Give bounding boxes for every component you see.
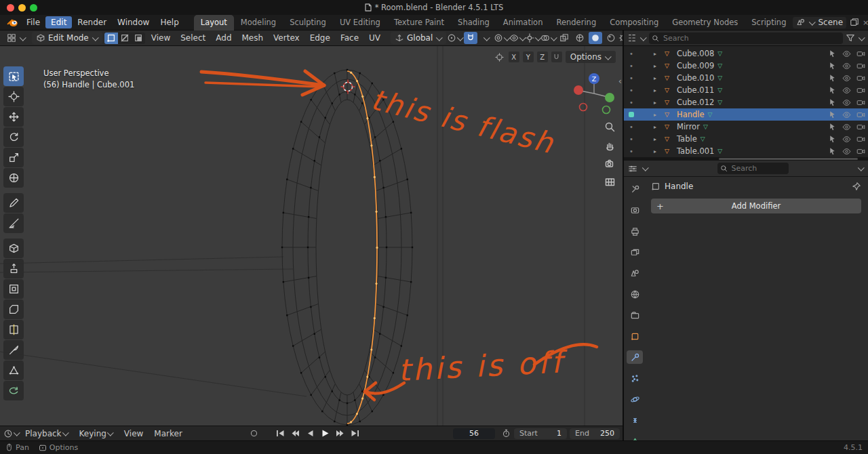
hide-in-viewport-eye-icon[interactable] [840, 98, 854, 107]
disable-in-render-camera-icon[interactable] [854, 98, 868, 107]
chevron-down-icon[interactable] [640, 34, 647, 41]
expand-chevron-icon[interactable]: ▸ [654, 51, 665, 57]
hide-in-viewport-eye-icon[interactable] [840, 49, 854, 58]
outliner-row[interactable]: •▸▽Cube.010▽ [624, 72, 868, 84]
pivot-point-dropdown[interactable] [448, 32, 462, 44]
workspace-tab-scripting[interactable]: Scripting [745, 15, 793, 30]
tab-particles[interactable] [627, 371, 643, 385]
mirror-y-toggle[interactable]: Y [523, 51, 534, 62]
zoom-view-button[interactable] [602, 119, 617, 134]
tab-collection[interactable] [627, 308, 643, 322]
workspace-tab-shading[interactable]: Shading [451, 15, 496, 30]
tab-physics[interactable] [627, 392, 643, 406]
object-name[interactable]: Cube.010 [677, 73, 714, 83]
workspace-tab-texture-paint[interactable]: Texture Paint [387, 15, 451, 30]
menu-keying[interactable]: Keying [74, 429, 119, 438]
xray-toggle-button[interactable] [557, 32, 571, 44]
outliner-row[interactable]: •▸▽Cube.011▽ [624, 84, 868, 96]
disable-in-render-camera-icon[interactable] [854, 147, 868, 156]
menu-mesh[interactable]: Mesh [238, 33, 268, 43]
selectability-cursor-icon[interactable] [825, 123, 840, 131]
hide-in-viewport-eye-icon[interactable] [840, 86, 854, 95]
current-frame-field[interactable]: 56 [453, 428, 495, 439]
play-button[interactable] [319, 428, 331, 438]
tab-modifiers[interactable] [627, 350, 643, 364]
pin-icon[interactable] [852, 182, 861, 191]
object-name[interactable]: Mirror [677, 122, 700, 131]
tab-scene[interactable] [627, 266, 643, 280]
workspace-tab-modeling[interactable]: Modeling [234, 15, 283, 30]
tool-move[interactable] [3, 107, 24, 127]
hide-in-viewport-eye-icon[interactable] [840, 110, 854, 119]
workspace-tab-sculpting[interactable]: Sculpting [283, 15, 333, 30]
menu-playback[interactable]: Playback [20, 429, 74, 438]
outliner-row[interactable]: •▸▽Cube.009▽ [624, 60, 868, 72]
viewport-3d[interactable]: this is flash this is off User Perspecti… [0, 46, 623, 426]
close-window-button[interactable] [7, 4, 14, 12]
next-keyframe-button[interactable] [334, 428, 346, 438]
menu-vertex[interactable]: Vertex [269, 33, 304, 43]
menu-render[interactable]: Render [72, 16, 112, 28]
workspace-tab-geometry-nodes[interactable]: Geometry Nodes [665, 15, 745, 30]
menu-add[interactable]: Add [212, 33, 235, 43]
tab-view-layer[interactable] [627, 245, 643, 259]
tab-render[interactable] [627, 203, 643, 217]
snap-settings-dropdown[interactable] [479, 32, 493, 44]
tool-box-select[interactable] [3, 66, 24, 86]
tool-cursor[interactable] [3, 87, 24, 106]
selectability-cursor-icon[interactable] [825, 135, 840, 144]
menu-view[interactable]: View [147, 33, 174, 43]
visibility-dropdown[interactable] [511, 32, 524, 44]
hide-in-viewport-eye-icon[interactable] [840, 123, 854, 131]
tab-world[interactable] [627, 287, 643, 301]
frame-end-field[interactable]: End250 [570, 428, 620, 439]
toggle-grid-view-button[interactable] [602, 174, 617, 189]
object-name[interactable]: Cube.012 [677, 98, 714, 107]
selectability-cursor-icon[interactable] [825, 74, 840, 83]
chevron-down-icon[interactable] [858, 165, 865, 171]
expand-chevron-icon[interactable]: ▸ [654, 112, 665, 118]
tool-rotate[interactable] [3, 127, 24, 147]
minimize-window-button[interactable] [18, 4, 26, 12]
disable-in-render-camera-icon[interactable] [854, 135, 868, 144]
outliner-row[interactable]: •▸▽Table.001▽ [624, 145, 868, 157]
snap-mini-icon[interactable] [551, 51, 562, 62]
camera-view-button[interactable] [602, 156, 617, 171]
outliner-scrollbar-thumb[interactable] [719, 158, 858, 160]
face-select-button[interactable] [132, 33, 145, 44]
navigation-gizmo[interactable]: Z [571, 70, 618, 120]
frame-start-field[interactable]: Start1 [514, 428, 567, 439]
timeline-editor-icon[interactable] [3, 429, 13, 438]
disable-in-render-camera-icon[interactable] [854, 62, 868, 70]
outliner-search[interactable] [649, 33, 843, 44]
expand-chevron-icon[interactable]: ▸ [654, 124, 665, 130]
workspace-tab-layout[interactable]: Layout [194, 15, 234, 30]
outliner-row[interactable]: •▸▽Cube.008▽ [624, 47, 868, 60]
disable-in-render-camera-icon[interactable] [854, 49, 868, 58]
menu-select[interactable]: Select [176, 33, 210, 43]
workspace-tab-rendering[interactable]: Rendering [549, 15, 603, 30]
object-name[interactable]: Handle [677, 110, 705, 119]
disable-in-render-camera-icon[interactable] [854, 123, 868, 131]
shading-material-button[interactable] [604, 32, 618, 44]
tool-loop-cut[interactable] [3, 320, 24, 339]
tool-spin[interactable] [3, 381, 24, 400]
add-modifier-button[interactable]: + Add Modifier [651, 199, 861, 213]
filter-funnel-icon[interactable] [846, 33, 855, 43]
new-scene-icon[interactable] [850, 18, 859, 27]
sidebar-collapse-chevron[interactable]: ‹ [618, 76, 622, 86]
mirror-x-toggle[interactable]: X [509, 51, 519, 62]
expand-chevron-icon[interactable]: ▸ [654, 100, 665, 106]
menu-face[interactable]: Face [336, 33, 363, 43]
mirror-target-icon[interactable] [494, 51, 505, 62]
scene-selector[interactable]: Scene [793, 17, 846, 28]
tool-poly-build[interactable] [3, 360, 24, 380]
editor-type-button[interactable] [3, 32, 30, 44]
gizmos-dropdown[interactable] [526, 32, 540, 44]
chevron-down-icon[interactable] [859, 34, 865, 41]
properties-search[interactable] [717, 163, 789, 174]
overlays-dropdown[interactable] [542, 32, 555, 44]
outliner-search-input[interactable] [649, 34, 843, 43]
previous-keyframe-button[interactable] [290, 428, 301, 438]
tool-measure[interactable] [3, 213, 24, 233]
